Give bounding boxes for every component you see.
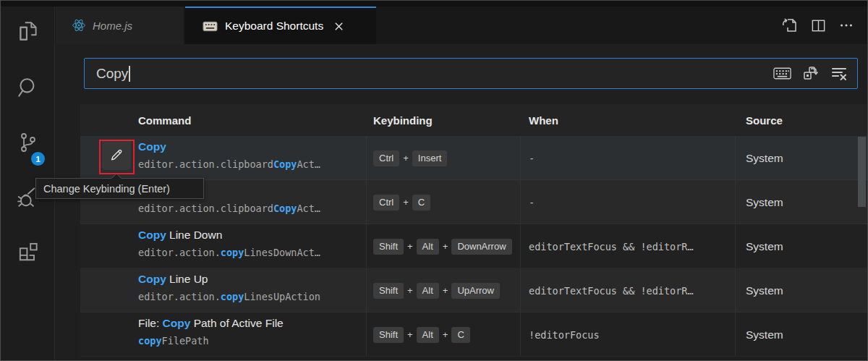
shortcuts-search-input[interactable]: Copy — [84, 58, 858, 89]
keybinding-cell: Shift+Alt+DownArrow — [366, 224, 520, 268]
vertical-scrollbar[interactable] — [858, 137, 866, 207]
keybinding-cell: Shift+Alt+C — [366, 313, 520, 357]
open-keybindings-json-icon[interactable] — [781, 17, 799, 34]
keybinding-cell: Ctrl+C — [366, 180, 520, 224]
table-row[interactable]: Copy editor.action.clipboardCopyAct… Ctr… — [80, 136, 868, 180]
editor-actions — [781, 7, 854, 44]
tab-shortcuts-label: Keyboard Shortcuts — [225, 20, 323, 33]
close-icon[interactable] — [333, 21, 344, 32]
keyboard-shortcuts-editor: Copy — [55, 44, 867, 360]
table-row[interactable]: File: Copy Path of Active File copyFileP… — [80, 313, 868, 357]
text-caret — [129, 66, 130, 82]
split-editor-icon[interactable] — [810, 17, 827, 34]
record-keys-icon[interactable] — [773, 67, 791, 80]
keybinding-cell: Ctrl+Insert — [366, 136, 520, 180]
change-keybinding-tooltip: Change Keybinding (Enter) — [35, 178, 204, 199]
search-value: Copy — [96, 66, 128, 82]
source-control-badge: 1 — [31, 152, 45, 166]
tab-home-label: Home.js — [93, 20, 132, 32]
sort-by-precedence-icon[interactable] — [802, 65, 820, 82]
clear-search-icon[interactable] — [830, 65, 848, 82]
table-header: Command Keybinding When Source — [80, 104, 868, 136]
window-top-strip — [1, 1, 868, 7]
more-actions-icon[interactable] — [838, 17, 854, 33]
tab-keyboard-shortcuts[interactable]: Keyboard Shortcuts — [185, 7, 376, 44]
keyboard-tab-icon — [203, 21, 218, 32]
header-source: Source — [746, 104, 783, 136]
table-row[interactable]: Copy Line Down editor.action.copyLinesDo… — [80, 224, 868, 268]
header-command: Command — [138, 104, 191, 136]
keybinding-cell: Shift+Alt+UpArrow — [366, 268, 520, 313]
explorer-icon[interactable] — [1, 12, 55, 50]
header-keybinding: Keybinding — [373, 104, 433, 136]
react-icon — [72, 18, 86, 33]
extensions-icon[interactable] — [1, 232, 55, 270]
tab-bar: Home.js Keyboard Shortcuts — [55, 7, 867, 44]
header-when: When — [529, 104, 558, 136]
keybindings-table: Command Keybinding When Source Copy edit… — [80, 104, 868, 357]
tab-home-js[interactable]: Home.js — [56, 7, 184, 44]
table-row[interactable]: Copy Line Up editor.action.copyLinesUpAc… — [80, 268, 868, 313]
search-icon[interactable] — [1, 69, 55, 106]
change-keybinding-button[interactable] — [102, 140, 131, 170]
search-toolbar — [773, 59, 848, 88]
vscode-window: Home.js Keyboard Shortcuts — [0, 0, 868, 361]
source-control-icon[interactable]: 1 — [1, 124, 55, 161]
tooltip-text: Change Keybinding (Enter) — [43, 183, 170, 195]
